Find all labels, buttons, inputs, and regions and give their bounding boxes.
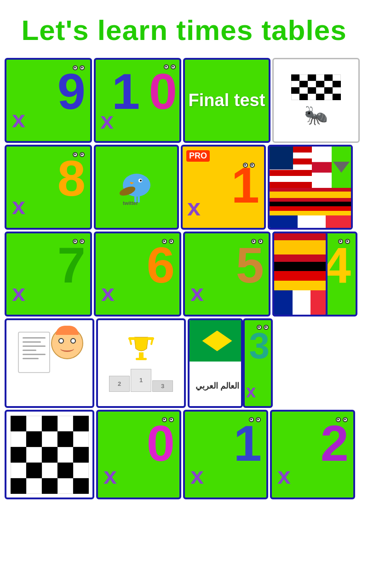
x-sign: x	[101, 279, 115, 306]
final-test-label: Final test	[189, 90, 265, 110]
svg-point-3	[140, 180, 142, 181]
checker-flag	[291, 74, 341, 100]
svg-text:twitter: twitter	[123, 200, 138, 206]
times-9-display: x 9	[6, 60, 90, 141]
paper-icon	[18, 332, 50, 373]
x-sign-pro: x	[187, 193, 201, 221]
x-sign-0: x	[104, 462, 117, 489]
times-3-display: x 3	[245, 320, 271, 406]
num-7: 7	[58, 236, 86, 294]
times-2-button[interactable]: x 2	[270, 410, 355, 499]
times-4-lang-group: x 4	[272, 232, 357, 317]
times-0-button[interactable]: x 0	[96, 410, 181, 499]
num-9: 9	[58, 62, 86, 120]
main-grid: x 9 x 1 0 Final test	[0, 51, 368, 504]
times-6-button[interactable]: x 6	[94, 232, 181, 317]
brazil-flag-cell: العالم العربي	[188, 318, 243, 408]
times-7-display: x 7	[6, 233, 90, 315]
podium-3: 3	[152, 380, 173, 392]
x-sign-2: x	[277, 462, 291, 489]
x-sign: x	[12, 192, 25, 220]
flag-spain-overlay	[274, 233, 328, 262]
times-3-button[interactable]: x 3	[243, 318, 273, 408]
flag-top-row	[270, 147, 351, 188]
times-3-row: العالم العربي x 3	[188, 318, 273, 408]
times-4-wrapper: x 4	[272, 232, 357, 317]
times-6-display: x 6	[96, 233, 179, 315]
flag-uk	[312, 147, 331, 188]
num-5: 5	[236, 236, 264, 294]
times-5-button[interactable]: x 5	[183, 232, 270, 317]
twitter-content: twitter	[96, 147, 177, 228]
times-10-button[interactable]: x 1 0	[94, 58, 181, 143]
flag-germany-overlay	[274, 262, 328, 290]
checkerboard-cell[interactable]	[5, 410, 94, 499]
grid-row-2: x 8 twitter	[5, 145, 363, 230]
x-sign: x	[12, 105, 25, 133]
num-1: 1	[234, 414, 262, 472]
podium-display: 2 1 3	[109, 369, 173, 392]
twitter-bird-icon: twitter	[114, 169, 160, 206]
kid-head	[51, 327, 83, 359]
kid-with-paper-cell[interactable]	[5, 318, 94, 408]
times-10-display: x 1 0	[96, 60, 179, 141]
final-test-button[interactable]: Final test	[183, 58, 270, 143]
num-1-pro: 1	[231, 156, 259, 214]
grid-row-4: 2 1 3 العالم العربي	[5, 318, 363, 408]
times-1-button[interactable]: x 1	[183, 410, 268, 499]
pro-x1-button[interactable]: PRO x 1	[181, 145, 266, 230]
flag-france-overlay	[274, 290, 328, 317]
pro-x1-display: x 1	[183, 147, 264, 228]
times-5-display: x 5	[185, 233, 269, 315]
twitter-button[interactable]: twitter	[94, 145, 179, 230]
chevron-down-icon	[333, 162, 350, 173]
flag-bottom-group	[270, 188, 351, 229]
num-0: 0	[147, 414, 175, 472]
grid-row-5: x 0 x 1 x 2	[5, 410, 363, 499]
chess-board	[11, 416, 89, 494]
podium-2: 2	[109, 376, 130, 392]
ant-character: 🐜	[304, 104, 328, 126]
finish-flag-content: 🐜	[274, 59, 358, 141]
page-title: Let's learn times tables	[9, 14, 359, 46]
num-6: 6	[147, 236, 175, 294]
language-selector[interactable]	[268, 145, 353, 230]
times-2-display: x 2	[272, 412, 353, 498]
svg-rect-10	[136, 358, 147, 360]
country-flags-overlay	[272, 232, 328, 317]
times-0-display: x 0	[98, 412, 179, 498]
trophy-content: 2 1 3	[98, 320, 184, 406]
x10-zero: 0	[149, 62, 177, 120]
language-dropdown[interactable]	[332, 147, 351, 188]
podium-1: 1	[131, 369, 151, 392]
arabic-text: العالم العربي	[190, 362, 243, 408]
num-3: 3	[249, 325, 270, 367]
grid-row-3: x 7 x 6 x 5	[5, 232, 363, 317]
trophy-podium-cell[interactable]: 2 1 3	[96, 318, 186, 408]
times-9-button[interactable]: x 9	[5, 58, 92, 143]
x-sign-3: x	[246, 382, 256, 401]
x-sign: x	[190, 279, 204, 306]
flag-us	[270, 147, 312, 188]
trophy-icon	[127, 335, 155, 367]
flag-spain	[270, 188, 353, 202]
times-3-group: العالم العربي x 3	[188, 318, 273, 408]
svg-rect-9	[139, 352, 144, 358]
times-8-button[interactable]: x 8	[5, 145, 92, 230]
times-8-display: x 8	[6, 147, 90, 228]
kid-face	[51, 327, 83, 359]
trophy-svg	[127, 335, 155, 365]
grid-row-1: x 9 x 1 0 Final test	[5, 58, 363, 143]
header: Let's learn times tables	[0, 0, 368, 51]
finish-flag-cell[interactable]: 🐜	[272, 58, 360, 143]
num-8: 8	[58, 149, 86, 207]
x-sign: x	[12, 279, 25, 306]
flag-brazil	[190, 320, 243, 362]
times-1-display: x 1	[185, 412, 266, 498]
x-sign-1: x	[190, 462, 204, 489]
times-7-button[interactable]: x 7	[5, 232, 92, 317]
kid-content	[6, 320, 92, 406]
num-2: 2	[321, 414, 349, 472]
x10-one: 1	[112, 62, 140, 120]
flag-france	[270, 215, 353, 229]
